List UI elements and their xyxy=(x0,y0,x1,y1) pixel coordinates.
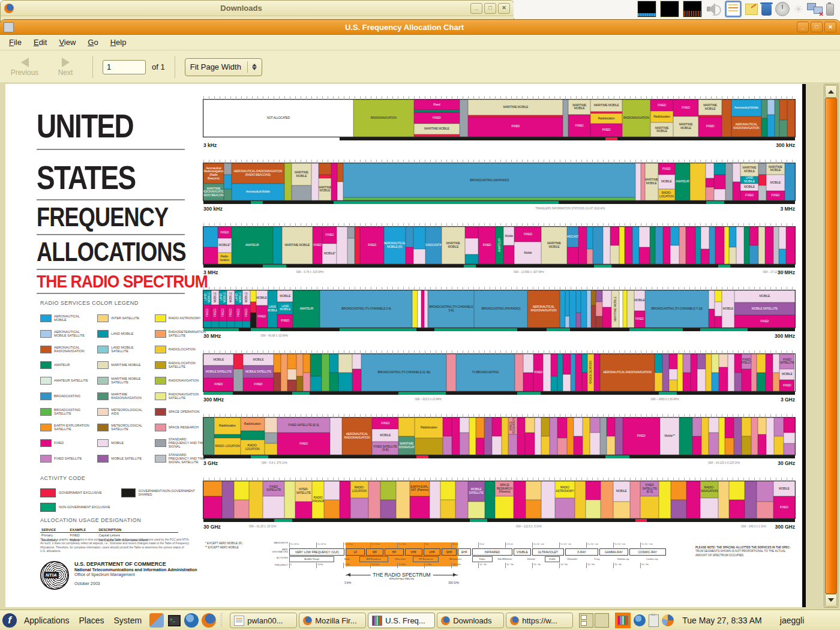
legend-swatch xyxy=(155,330,166,338)
legend-item: EARTH EXPLORATION SATELLITE xyxy=(40,419,92,435)
allocation-block xyxy=(541,481,555,518)
allocation-block xyxy=(557,418,567,438)
menu-help[interactable]: Help xyxy=(105,36,132,49)
viewer-titlebar[interactable]: U.S. Frequency Allocation Chart _ □ ✕ xyxy=(0,20,840,35)
network-monitor-applet[interactable] xyxy=(637,1,656,17)
allocation-label: BROADCASTING (TV CHANNELS 2-4) xyxy=(320,290,412,328)
updater-icon[interactable] xyxy=(662,614,674,626)
allocation-segment: MARITIME MOBILE xyxy=(541,227,566,264)
window-button[interactable]: pwlan00... xyxy=(230,613,297,628)
allocation-segment xyxy=(284,163,292,200)
allocation-segment xyxy=(615,418,623,455)
clipboard-icon[interactable] xyxy=(649,614,659,627)
workspace-cell[interactable] xyxy=(595,613,609,628)
menu-go[interactable]: Go xyxy=(82,36,103,49)
network-computers-icon[interactable]: ✕ xyxy=(807,2,823,16)
window-button[interactable]: Downloads xyxy=(437,613,504,628)
allocation-label: FIXED xyxy=(658,163,676,175)
allocation-block: MARITIME MOBILE xyxy=(766,163,785,175)
legend-item: SPACE OPERATION xyxy=(155,404,207,419)
allocation-block xyxy=(310,376,322,391)
brightness-icon[interactable]: ☀ xyxy=(793,4,803,15)
agency-block: NTIA U.S. DEPARTMENT OF COMMERCE Nationa… xyxy=(40,561,197,590)
firefox-launcher-icon[interactable] xyxy=(201,613,217,628)
window-button[interactable]: https://w... xyxy=(506,613,573,628)
window-button[interactable]: U.S. Freq... xyxy=(368,613,435,628)
page-number-input[interactable] xyxy=(103,60,146,74)
activity-item: GOVERNMENT EXCLUSIVE xyxy=(40,485,121,500)
allocation-segment xyxy=(523,354,533,391)
scroll-up-button[interactable] xyxy=(825,85,837,98)
allocation-block xyxy=(734,373,742,391)
clock[interactable]: Tue May 27, 8:33 AM xyxy=(682,616,762,625)
scrollbar-thumb[interactable] xyxy=(825,98,837,594)
minimize-button[interactable]: _ xyxy=(470,3,482,14)
system-monitor-applet[interactable] xyxy=(660,1,679,17)
vertical-scrollbar[interactable] xyxy=(824,84,838,608)
menu-view[interactable]: View xyxy=(53,36,81,49)
allocation-segment xyxy=(541,418,550,455)
allocation-segment: LAND MOBILEFIXED xyxy=(203,290,211,328)
allocation-segment xyxy=(446,354,456,391)
close-button[interactable]: ✕ xyxy=(824,22,836,32)
downloads-titlebar[interactable]: Downloads _ □ ✕ xyxy=(1,1,514,16)
workspace-cell[interactable] xyxy=(579,613,593,628)
allocation-block xyxy=(526,500,541,518)
maximize-button[interactable]: □ xyxy=(811,22,823,32)
allocation-label: FIXED xyxy=(773,496,795,518)
close-button[interactable]: ✕ xyxy=(498,3,510,14)
menu-file[interactable]: File xyxy=(4,36,27,49)
taskbar: f ApplicationsPlacesSystem >_ pwlan00...… xyxy=(0,610,840,630)
power-icon[interactable] xyxy=(775,2,790,16)
allocation-segment xyxy=(541,481,555,518)
allocation-segment: AMATEUR xyxy=(496,227,504,264)
sticky-note-icon[interactable] xyxy=(745,4,758,15)
allocation-label: FIXED SATELLITE xyxy=(263,481,284,496)
menu-edit[interactable]: Edit xyxy=(28,36,52,49)
thunderbird-launcher-icon[interactable] xyxy=(184,613,199,628)
allocation-block xyxy=(715,227,724,264)
active-window-tile[interactable] xyxy=(615,613,631,628)
taskbar-menu-applications[interactable]: Applications xyxy=(19,613,74,628)
allocation-block: Mobile xyxy=(503,227,514,245)
allocation-segment xyxy=(337,163,343,200)
taskbar-menu-system[interactable]: System xyxy=(109,613,147,628)
activity-swatch xyxy=(40,488,56,497)
thunderbird-icon[interactable] xyxy=(634,614,646,626)
allocation-block xyxy=(329,354,339,373)
chart-icon xyxy=(372,616,382,626)
activity-strip-seg xyxy=(748,328,795,331)
maximize-button[interactable]: □ xyxy=(484,3,496,14)
fedora-menu-icon[interactable]: f xyxy=(2,613,17,628)
allocation-segment xyxy=(630,481,641,518)
volume-icon[interactable] xyxy=(706,2,721,16)
allocation-block: MARITIME MOBILE xyxy=(319,178,331,200)
allocation-block xyxy=(655,373,662,391)
usage-cell: FIXED xyxy=(69,533,98,538)
zoom-select[interactable]: Fit Page Width xyxy=(185,58,262,76)
frequency-tick: 10 MHz xyxy=(397,563,424,568)
workspace-switcher[interactable] xyxy=(579,613,609,628)
trash-icon[interactable] xyxy=(761,4,772,16)
window-button[interactable]: Mozilla Fir... xyxy=(299,613,366,628)
allocation-segment xyxy=(578,227,587,264)
next-button[interactable]: Next xyxy=(48,58,83,77)
agency-office: Office of Spectrum Management xyxy=(74,572,197,577)
terminal-launcher-icon[interactable]: >_ xyxy=(166,613,182,628)
previous-button[interactable]: Previous xyxy=(7,58,42,77)
allocation-segment: FIXED SATELLITE xyxy=(742,354,751,391)
app-launcher-icon[interactable] xyxy=(149,613,164,628)
allocation-segment: MOBILEMOBILE SATELLITEFIXED xyxy=(243,354,273,391)
scroll-down-button[interactable] xyxy=(825,594,837,607)
allocation-segment: RadiolocationRADIO- LOCATION xyxy=(241,418,265,455)
minimize-button[interactable]: _ xyxy=(797,22,809,32)
activity-strip-seg xyxy=(310,391,398,395)
allocation-label: SPACE RESEARCH (Passive) xyxy=(495,481,514,496)
battery-icon[interactable] xyxy=(826,4,834,16)
cpu-monitor-applet[interactable] xyxy=(683,1,702,17)
allocation-block xyxy=(541,418,550,436)
taskbar-menu-places[interactable]: Places xyxy=(74,613,109,628)
usage-cell: Primary xyxy=(40,533,69,538)
notes-frame-icon[interactable] xyxy=(725,1,742,17)
username: jaeggli xyxy=(780,616,804,625)
